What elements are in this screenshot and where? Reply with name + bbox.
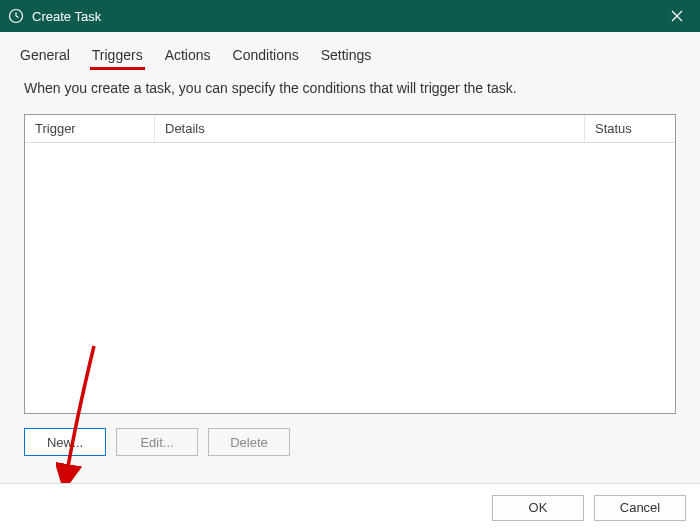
tab-label: Actions [165, 47, 211, 63]
tab-general[interactable]: General [18, 46, 72, 70]
edit-button[interactable]: Edit... [116, 428, 198, 456]
new-button[interactable]: New... [24, 428, 106, 456]
content-area: General Triggers Actions Conditions Sett… [0, 32, 700, 531]
svg-line-2 [16, 16, 19, 18]
column-trigger[interactable]: Trigger [25, 115, 155, 142]
tab-description: When you create a task, you can specify … [24, 80, 676, 96]
triggers-table[interactable]: Trigger Details Status [24, 114, 676, 414]
tab-label: Settings [321, 47, 372, 63]
close-button[interactable] [654, 0, 700, 32]
titlebar: Create Task [0, 0, 700, 32]
column-label: Trigger [35, 121, 76, 136]
button-label: Delete [230, 435, 268, 450]
tab-conditions[interactable]: Conditions [231, 46, 301, 70]
tab-label: General [20, 47, 70, 63]
column-details[interactable]: Details [155, 115, 585, 142]
trigger-action-buttons: New... Edit... Delete [24, 428, 676, 456]
tab-settings[interactable]: Settings [319, 46, 374, 70]
tab-bar: General Triggers Actions Conditions Sett… [18, 46, 682, 70]
cancel-button[interactable]: Cancel [594, 495, 686, 521]
delete-button[interactable]: Delete [208, 428, 290, 456]
button-label: Edit... [140, 435, 173, 450]
tab-label: Triggers [92, 47, 143, 63]
tab-actions[interactable]: Actions [163, 46, 213, 70]
ok-button[interactable]: OK [492, 495, 584, 521]
tab-label: Conditions [233, 47, 299, 63]
button-label: Cancel [620, 500, 660, 515]
column-status[interactable]: Status [585, 115, 675, 142]
clock-icon [8, 8, 24, 24]
column-label: Details [165, 121, 205, 136]
table-header: Trigger Details Status [25, 115, 675, 143]
dialog-footer: OK Cancel [0, 483, 700, 531]
tab-triggers[interactable]: Triggers [90, 46, 145, 70]
column-label: Status [595, 121, 632, 136]
button-label: New... [47, 435, 83, 450]
window-title: Create Task [32, 9, 101, 24]
button-label: OK [529, 500, 548, 515]
